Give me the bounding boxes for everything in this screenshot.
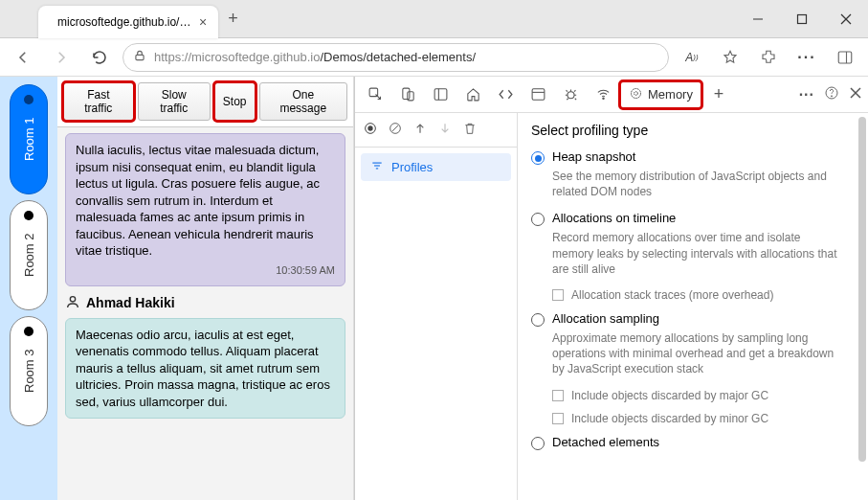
url-host: https://microsoftedge.github.io	[154, 50, 320, 64]
sources-icon[interactable]	[523, 80, 552, 109]
content-area: Room 1 Room 2 Room 3 Fast traffic Slow t…	[0, 77, 868, 500]
svg-rect-14	[532, 89, 545, 100]
scrollbar[interactable]	[858, 117, 866, 496]
svg-point-8	[70, 296, 75, 301]
home-icon[interactable]	[458, 80, 487, 109]
dock-icon[interactable]	[426, 80, 455, 109]
network-icon[interactable]	[589, 80, 617, 109]
option-desc: See the memory distribution of JavaScrip…	[552, 169, 839, 199]
lock-icon	[133, 49, 146, 65]
status-dot-icon	[24, 95, 33, 104]
download-icon[interactable]	[437, 121, 453, 140]
radio-allocations-timeline[interactable]: Allocations on timeline	[531, 211, 855, 226]
demo-app: Room 1 Room 2 Room 3 Fast traffic Slow t…	[0, 77, 354, 500]
back-button[interactable]	[8, 42, 38, 73]
message-author: Ahmad Hakiki	[65, 294, 345, 312]
radio-heap-snapshot[interactable]: Heap snapshot	[531, 149, 855, 165]
radio-detached-elements[interactable]: Detached elements	[531, 435, 855, 450]
extensions-icon[interactable]	[753, 42, 784, 73]
rooms-sidebar: Room 1 Room 2 Room 3	[0, 77, 57, 500]
gear-icon	[629, 86, 643, 103]
demo-main: Fast traffic Slow traffic Stop One messa…	[57, 77, 353, 500]
profiles-label: Profiles	[391, 160, 433, 174]
window-controls	[736, 0, 868, 38]
maximize-button[interactable]	[780, 0, 824, 38]
memory-tab-label: Memory	[648, 87, 693, 102]
browser-tab[interactable]: microsoftedge.github.io/Demos/c ×	[38, 6, 218, 38]
radio-icon	[531, 151, 545, 165]
status-dot-icon	[24, 327, 33, 336]
message-list: Nulla iaculis, lectus vitae malesuada di…	[57, 127, 353, 500]
new-tab-button[interactable]: +	[228, 9, 238, 29]
more-icon[interactable]: ···	[799, 86, 814, 103]
checkbox-icon	[552, 390, 564, 401]
devtools-dock-icon[interactable]	[830, 42, 860, 73]
traffic-toolbar: Fast traffic Slow traffic Stop One messa…	[57, 77, 353, 127]
trash-icon[interactable]	[462, 121, 478, 140]
room-button-1[interactable]: Room 1	[10, 84, 48, 194]
device-icon[interactable]	[393, 80, 422, 109]
radio-label: Allocation sampling	[552, 311, 659, 326]
radio-icon	[531, 437, 545, 450]
room-label: Room 3	[22, 350, 36, 394]
svg-point-17	[602, 98, 603, 99]
svg-rect-6	[838, 52, 852, 63]
message-bubble: Nulla iaculis, lectus vitae malesuada di…	[65, 133, 345, 286]
help-icon[interactable]	[824, 85, 839, 104]
devtools-left-panel: Profiles	[355, 113, 518, 500]
checkbox-label: Include objects discarded by minor GC	[571, 412, 768, 425]
svg-point-18	[632, 88, 641, 98]
room-button-2[interactable]: Room 2	[10, 200, 48, 310]
radio-icon	[531, 213, 545, 226]
radio-allocation-sampling[interactable]: Allocation sampling	[531, 311, 855, 327]
url-bar[interactable]: https://microsoftedge.github.io/Demos/de…	[122, 43, 669, 72]
message-time: 10:30:59 AM	[76, 263, 335, 278]
devtools-tabs: Memory + ···	[355, 77, 868, 113]
message-body: Nulla iaculis, lectus vitae malesuada di…	[76, 142, 335, 260]
checkbox-minor-gc[interactable]: Include objects discarded by minor GC	[552, 412, 855, 425]
profiling-options: Select profiling type Heap snapshot See …	[518, 113, 868, 500]
add-tab-icon[interactable]: +	[704, 80, 733, 109]
devtools-body: Profiles Select profiling type Heap snap…	[355, 113, 868, 500]
radio-icon	[531, 313, 545, 327]
favorite-icon[interactable]	[715, 42, 746, 73]
menu-icon[interactable]: ···	[791, 42, 822, 73]
author-name: Ahmad Hakiki	[86, 295, 175, 310]
svg-point-25	[367, 125, 372, 130]
room-button-3[interactable]: Room 3	[10, 316, 48, 426]
tab-title: microsoftedge.github.io/Demos/c	[57, 15, 191, 29]
bug-icon[interactable]	[556, 80, 585, 109]
tab-memory[interactable]: Memory	[621, 82, 701, 107]
close-window-button[interactable]	[824, 0, 868, 38]
fast-traffic-button[interactable]: Fast traffic	[63, 82, 134, 121]
checkbox-major-gc[interactable]: Include objects discarded by major GC	[552, 389, 855, 402]
stop-button[interactable]: Stop	[214, 82, 256, 121]
url-path: /Demos/detached-elements/	[320, 50, 476, 64]
close-icon[interactable]: ×	[199, 14, 207, 30]
record-icon[interactable]	[363, 121, 378, 140]
message-body: Maecenas odio arcu, iaculis at est eget,…	[76, 327, 335, 411]
svg-point-16	[567, 92, 573, 99]
elements-icon[interactable]	[491, 80, 520, 109]
option-desc: Record memory allocations over time and …	[552, 230, 839, 277]
message-bubble: Maecenas odio arcu, iaculis at est eget,…	[65, 318, 345, 420]
minimize-button[interactable]	[736, 0, 780, 38]
forward-button[interactable]	[46, 42, 77, 73]
upload-icon[interactable]	[412, 121, 428, 140]
radio-label: Detached elements	[552, 435, 659, 449]
room-label: Room 1	[22, 118, 36, 162]
svg-point-19	[634, 91, 638, 95]
slow-traffic-button[interactable]: Slow traffic	[138, 82, 211, 121]
option-desc: Approximate memory allocations by sampli…	[552, 330, 839, 377]
refresh-button[interactable]	[84, 42, 115, 73]
one-message-button[interactable]: One message	[259, 82, 347, 121]
memory-toolbar	[355, 113, 517, 148]
reading-mode-icon[interactable]: A))	[677, 42, 707, 73]
checkbox-stack-traces[interactable]: Allocation stack traces (more overhead)	[552, 288, 855, 302]
svg-point-21	[831, 95, 832, 96]
clear-icon[interactable]	[388, 121, 403, 140]
radio-label: Heap snapshot	[552, 149, 635, 164]
inspect-icon[interactable]	[361, 80, 389, 109]
browser-toolbar: https://microsoftedge.github.io/Demos/de…	[0, 38, 868, 77]
profiles-section[interactable]: Profiles	[361, 153, 511, 181]
